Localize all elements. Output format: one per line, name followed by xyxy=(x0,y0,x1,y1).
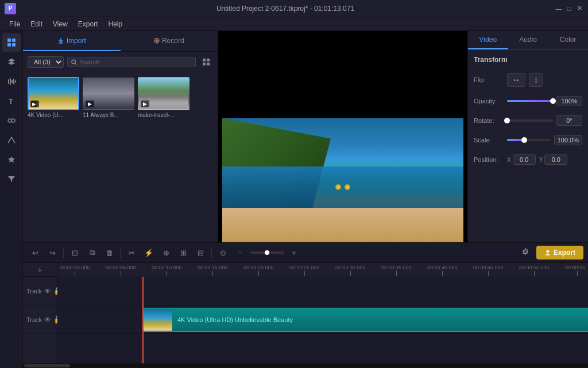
y-label: Y xyxy=(539,157,543,163)
grid-view-button[interactable] xyxy=(199,55,213,69)
opacity-slider[interactable] xyxy=(507,100,553,102)
position-x-value[interactable]: 0.0 xyxy=(513,154,536,165)
svg-line-16 xyxy=(75,63,76,64)
overlay-dots xyxy=(335,184,350,190)
svg-rect-18 xyxy=(207,59,210,61)
ruler-mark: 00:00:25.000 xyxy=(289,265,320,276)
sidebar-item-filters[interactable] xyxy=(2,170,21,188)
trim-button[interactable]: ⊟ xyxy=(193,245,208,260)
scale-slider[interactable] xyxy=(507,139,551,141)
media-panel-header: Import Record xyxy=(23,31,218,52)
opacity-row: Opacity: 100% xyxy=(474,96,582,106)
menu-view[interactable]: View xyxy=(48,19,72,29)
dot-2 xyxy=(345,184,350,190)
tab-import[interactable]: Import xyxy=(23,31,121,51)
rotate-row: Rotate: 0° xyxy=(474,115,582,126)
settings-button[interactable] xyxy=(517,244,534,261)
cut-button[interactable]: ✂ xyxy=(124,245,139,260)
zoom-in-button[interactable]: + xyxy=(287,245,301,260)
media-grid: ▶ 4K Video (U... ▶ 11 Always B... ▶ make… xyxy=(23,72,218,123)
undo-button[interactable]: ↩ xyxy=(28,245,42,260)
sidebar: T xyxy=(0,31,23,368)
zoom-slider-wrap xyxy=(250,251,284,254)
close-button[interactable]: ✕ xyxy=(575,5,583,13)
wrap-button[interactable]: ⊞ xyxy=(176,245,191,260)
zoom-slider[interactable] xyxy=(250,251,284,254)
media-item[interactable]: ▶ 11 Always B... xyxy=(83,77,134,118)
video-clip[interactable]: 4K Video (Ultra HD) Unbelievable Beauty xyxy=(142,308,588,332)
tab-video[interactable]: Video xyxy=(468,31,508,49)
track-labels: Track 👁 🔓 Track 👁 🔓 xyxy=(23,277,57,363)
flip-buttons: ↔ ↕ xyxy=(507,73,543,87)
minimize-button[interactable]: — xyxy=(555,5,563,13)
search-box xyxy=(67,57,196,67)
track-visibility-2[interactable]: 👁 xyxy=(44,316,51,324)
ruler-mark: 00:00:10.000 xyxy=(152,265,182,276)
window-title: Untitled Project 2-0617.tkproj* - 01:01:… xyxy=(16,5,555,13)
x-label: X xyxy=(507,157,511,163)
position-y-value[interactable]: 0.0 xyxy=(544,154,567,165)
menu-file[interactable]: File xyxy=(5,19,25,29)
media-thumb: ▶ xyxy=(138,77,189,110)
transform-title: Transform xyxy=(474,56,582,64)
timeline-add-button[interactable]: + xyxy=(23,263,57,276)
sidebar-item-audio[interactable] xyxy=(2,72,21,91)
rotate-slider[interactable] xyxy=(507,119,553,122)
media-item[interactable]: ▶ make-travel-... xyxy=(138,77,189,118)
tab-color[interactable]: Color xyxy=(548,31,588,49)
export-icon xyxy=(544,249,551,256)
position-label: Position: xyxy=(474,156,504,163)
export-button[interactable]: Export xyxy=(536,246,583,259)
svg-point-11 xyxy=(11,119,15,122)
sidebar-item-text[interactable]: T xyxy=(2,92,21,110)
sidebar-item-layers[interactable] xyxy=(2,53,21,71)
delete-button[interactable]: 🗑 xyxy=(102,245,117,260)
menu-edit[interactable]: Edit xyxy=(26,19,47,29)
media-item[interactable]: ▶ 4K Video (U... xyxy=(28,77,79,118)
search-input[interactable] xyxy=(79,59,192,65)
tab-audio[interactable]: Audio xyxy=(508,31,548,49)
svg-marker-12 xyxy=(8,156,15,162)
sidebar-item-transitions[interactable] xyxy=(2,131,21,149)
copy-button[interactable]: ⧉ xyxy=(84,245,99,260)
menu-help[interactable]: Help xyxy=(104,19,127,29)
ruler-mark: 00:00:15.000 xyxy=(198,265,228,276)
sidebar-item-stickers[interactable] xyxy=(2,150,21,169)
svg-rect-6 xyxy=(11,80,13,83)
media-filter-select[interactable]: All (3) xyxy=(28,56,64,68)
media-label: 4K Video (U... xyxy=(28,112,79,118)
timeline-ruler: 00:00:00.000 00:00:05.000 00:00:10.000 0… xyxy=(57,263,588,277)
split-button[interactable]: ⚡ xyxy=(141,245,156,260)
opacity-fill xyxy=(507,100,553,102)
svg-rect-19 xyxy=(203,63,206,65)
position-x-field: X 0.0 xyxy=(507,154,536,165)
track-area: 4K Video (Ultra HD) Unbelievable Beauty xyxy=(57,277,588,363)
media-label: make-travel-... xyxy=(138,112,189,118)
maximize-button[interactable]: □ xyxy=(565,5,573,13)
toolbar-separator xyxy=(63,247,64,258)
rotate-handle xyxy=(504,118,510,123)
horizontal-scrollbar[interactable] xyxy=(23,363,588,368)
ruler-mark: 00:00:20.000 xyxy=(243,265,274,276)
redo-button[interactable]: ↪ xyxy=(45,245,60,260)
menu-export[interactable]: Export xyxy=(74,19,103,29)
media-label: 11 Always B... xyxy=(83,112,134,118)
marker-button[interactable]: ⊙ xyxy=(215,245,230,260)
sidebar-item-media[interactable] xyxy=(2,33,21,52)
position-y-field: Y 0.0 xyxy=(539,154,568,165)
media-toolbar: All (3) xyxy=(23,52,218,72)
crop-button[interactable]: ⊡ xyxy=(67,245,82,260)
toolbar-separator-2 xyxy=(120,247,121,258)
sidebar-item-effects[interactable] xyxy=(2,111,21,130)
flip-vertical-button[interactable]: ↕ xyxy=(529,73,543,87)
tab-record[interactable]: Record xyxy=(121,31,218,51)
scale-handle xyxy=(521,137,527,143)
add-clip-button[interactable]: ⊕ xyxy=(158,245,173,260)
zoom-handle xyxy=(265,250,269,255)
scale-value: 100.0% xyxy=(554,135,582,145)
flip-horizontal-button[interactable]: ↔ xyxy=(507,73,525,87)
zoom-out-button[interactable]: − xyxy=(233,245,247,260)
track-visibility-1[interactable]: 👁 xyxy=(44,287,51,295)
opacity-label: Opacity: xyxy=(474,98,504,104)
right-tabs: Video Audio Color xyxy=(468,31,588,50)
